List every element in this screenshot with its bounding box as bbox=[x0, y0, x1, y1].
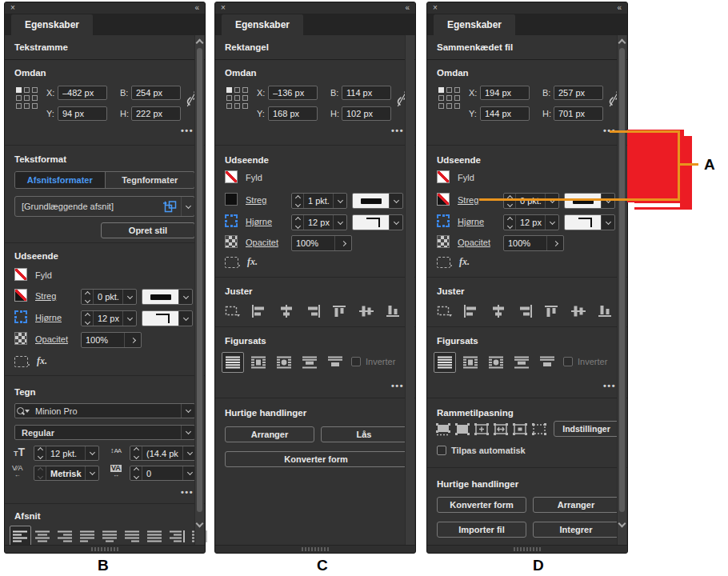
align-left-button[interactable] bbox=[10, 526, 31, 546]
stroke-color-dropdown[interactable] bbox=[352, 193, 403, 209]
stroke-weight-stepper[interactable]: 0 pkt. bbox=[81, 289, 137, 305]
resize-grip[interactable] bbox=[514, 547, 541, 551]
opacity-control[interactable]: 100% bbox=[291, 235, 352, 251]
align-right-button[interactable] bbox=[54, 526, 76, 546]
object-effects-icon[interactable] bbox=[437, 257, 450, 268]
wrap-jump-object-button[interactable] bbox=[298, 352, 321, 373]
wrap-object-shape-button[interactable] bbox=[485, 352, 507, 373]
justify-last-left-button[interactable] bbox=[77, 526, 98, 546]
tab-egenskaber[interactable]: Egenskaber bbox=[434, 14, 515, 35]
opacity-icon[interactable] bbox=[14, 332, 27, 345]
fill-frame-proportionally-icon[interactable] bbox=[435, 422, 451, 436]
corner-label[interactable]: Hjørne bbox=[246, 217, 272, 226]
fit-frame-to-content-icon[interactable] bbox=[474, 422, 490, 436]
stroke-swatch[interactable] bbox=[14, 289, 27, 302]
align-bottom-edges-button[interactable] bbox=[594, 301, 616, 322]
leading-value[interactable]: (14.4 pk bbox=[142, 449, 182, 458]
inverter-checkbox[interactable] bbox=[563, 357, 573, 366]
corner-radius-value[interactable]: 12 px bbox=[304, 218, 333, 227]
fit-content-to-frame-icon[interactable] bbox=[493, 422, 509, 436]
align-top-edges-button[interactable] bbox=[540, 301, 562, 322]
laas-button[interactable]: Lås bbox=[321, 426, 407, 442]
tracking-stepper[interactable]: 0 bbox=[130, 466, 197, 481]
font-family-dropdown[interactable]: Minion Pro bbox=[14, 403, 195, 418]
align-vertical-centers-button[interactable] bbox=[567, 301, 590, 322]
close-icon[interactable]: × bbox=[10, 2, 15, 14]
vertical-scrollbar[interactable] bbox=[617, 35, 626, 546]
fill-swatch[interactable] bbox=[225, 170, 238, 183]
tab-tegnformater[interactable]: Tegnformater bbox=[105, 172, 195, 188]
reference-point-grid-icon[interactable] bbox=[16, 87, 38, 109]
arranger-button[interactable]: Arranger bbox=[225, 426, 314, 442]
collapse-panel-icon[interactable]: « bbox=[617, 2, 622, 13]
indstillinger-button[interactable]: Indstillinger bbox=[554, 421, 619, 437]
wrap-jump-to-next-column-button[interactable] bbox=[324, 352, 346, 373]
close-icon[interactable]: × bbox=[221, 2, 226, 14]
chevron-down-icon[interactable] bbox=[181, 426, 194, 439]
fx-effects-icon[interactable]: fx. bbox=[459, 256, 470, 268]
justify-last-right-button[interactable] bbox=[122, 526, 143, 546]
fill-swatch[interactable] bbox=[14, 268, 27, 281]
opacity-value[interactable]: 100% bbox=[82, 335, 124, 345]
wrap-jump-object-button[interactable] bbox=[510, 352, 533, 373]
align-top-edges-button[interactable] bbox=[328, 301, 350, 322]
resize-grip[interactable] bbox=[91, 547, 118, 551]
wrap-jump-to-next-column-button[interactable] bbox=[536, 352, 558, 373]
opacity-label[interactable]: Opacitet bbox=[458, 238, 490, 247]
corner-options-icon[interactable] bbox=[437, 214, 450, 227]
corner-options-icon[interactable] bbox=[14, 310, 27, 323]
align-left-edges-button[interactable] bbox=[460, 301, 482, 322]
fit-content-proportionally-icon[interactable] bbox=[454, 422, 470, 436]
vertical-scrollbar[interactable] bbox=[405, 35, 414, 546]
align-right-edges-button[interactable] bbox=[302, 301, 324, 322]
fx-effects-icon[interactable]: fx. bbox=[247, 256, 258, 268]
y-input[interactable] bbox=[58, 106, 107, 121]
tab-egenskaber[interactable]: Egenskaber bbox=[222, 14, 303, 35]
x-input[interactable] bbox=[268, 86, 318, 100]
fx-effects-icon[interactable]: fx. bbox=[37, 355, 47, 367]
inverter-checkbox[interactable] bbox=[351, 357, 361, 366]
vertical-scrollbar[interactable] bbox=[194, 35, 204, 546]
leading-stepper[interactable]: (14.4 pk bbox=[130, 446, 197, 461]
height-input[interactable] bbox=[131, 106, 181, 121]
object-effects-icon[interactable] bbox=[14, 356, 28, 367]
wrap-none-button[interactable] bbox=[434, 352, 456, 373]
font-size-value[interactable]: 12 pkt. bbox=[46, 449, 85, 458]
scroll-up-icon[interactable] bbox=[618, 39, 626, 47]
width-input[interactable] bbox=[342, 86, 391, 100]
width-input[interactable] bbox=[131, 86, 181, 100]
scroll-down-icon[interactable] bbox=[196, 520, 204, 528]
x-input[interactable] bbox=[480, 86, 530, 100]
stroke-weight-value[interactable]: 0 pkt. bbox=[516, 196, 545, 206]
stroke-label[interactable]: Streg bbox=[246, 195, 266, 205]
opacity-icon[interactable] bbox=[437, 235, 450, 248]
konverter-form-button[interactable]: Konverter form bbox=[225, 451, 407, 467]
collapse-panel-icon[interactable]: « bbox=[194, 2, 199, 13]
scrollbar-thumb[interactable] bbox=[619, 48, 625, 512]
wrap-none-button[interactable] bbox=[222, 352, 244, 373]
arranger-button[interactable]: Arranger bbox=[533, 497, 619, 513]
stroke-weight-stepper[interactable]: 1 pkt. bbox=[291, 193, 347, 209]
more-options-icon[interactable]: ••• bbox=[391, 126, 404, 135]
align-vertical-centers-button[interactable] bbox=[355, 301, 378, 322]
corner-radius-value[interactable]: 12 px bbox=[516, 218, 545, 227]
tracking-value[interactable]: 0 bbox=[142, 469, 182, 478]
more-options-icon[interactable]: ••• bbox=[391, 381, 404, 390]
more-options-icon[interactable]: ••• bbox=[181, 126, 194, 135]
importer-fil-button[interactable]: Importer fil bbox=[437, 522, 526, 538]
scroll-up-icon[interactable] bbox=[196, 39, 204, 47]
x-input[interactable] bbox=[58, 86, 107, 100]
konverter-form-button[interactable]: Konverter form bbox=[437, 497, 526, 513]
align-right-edges-button[interactable] bbox=[514, 301, 536, 322]
opacity-icon[interactable] bbox=[225, 235, 238, 248]
align-horizontal-centers-button[interactable] bbox=[275, 301, 298, 322]
opacity-value[interactable]: 100% bbox=[504, 238, 546, 248]
width-input[interactable] bbox=[554, 86, 603, 100]
tab-afsnitsformater[interactable]: Afsnitsformater bbox=[15, 172, 105, 188]
align-bottom-edges-button[interactable] bbox=[382, 301, 404, 322]
justify-last-center-button[interactable] bbox=[99, 526, 121, 546]
align-to-target-icon[interactable] bbox=[434, 301, 456, 322]
more-options-icon[interactable]: ••• bbox=[181, 487, 194, 497]
object-effects-icon[interactable] bbox=[225, 257, 238, 268]
stroke-weight-value[interactable]: 0 pkt. bbox=[94, 292, 122, 302]
